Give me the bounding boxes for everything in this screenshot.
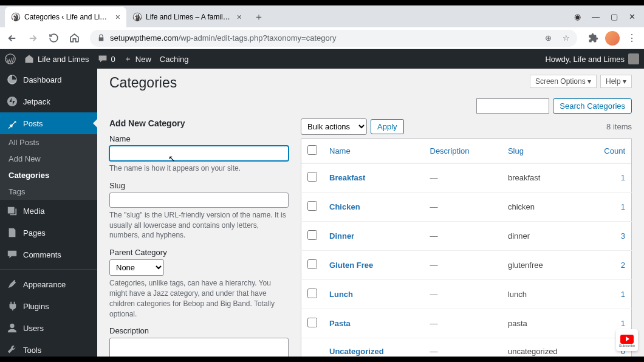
reload-button[interactable] (45, 30, 62, 47)
minimize-icon[interactable]: — (592, 12, 600, 21)
new-tab-button[interactable]: ＋ (250, 9, 267, 26)
search-input[interactable] (476, 98, 549, 114)
name-input[interactable] (109, 146, 289, 161)
category-desc: — (430, 202, 438, 211)
category-slug: lunch (502, 280, 595, 309)
maximize-icon[interactable]: ▢ (611, 12, 618, 21)
submenu-add-new[interactable]: Add New (0, 151, 97, 167)
menu-jetpack[interactable]: Jetpack (0, 90, 97, 112)
category-name-link[interactable]: Breakfast (329, 173, 365, 182)
url-bar[interactable]: setupwptheme.com/wp-admin/edit-tags.php?… (90, 30, 577, 47)
menu-appearance[interactable]: Appearance (0, 273, 97, 295)
col-name[interactable]: Name (329, 146, 351, 155)
browser-nav-bar: setupwptheme.com/wp-admin/edit-tags.php?… (0, 27, 644, 49)
menu-media[interactable]: Media (0, 200, 97, 222)
submenu-all-posts[interactable]: All Posts (0, 134, 97, 151)
profile-avatar[interactable] (605, 31, 620, 46)
tools-icon (6, 344, 18, 356)
menu-posts[interactable]: Posts (0, 112, 97, 134)
pages-icon (6, 227, 18, 239)
category-count-link[interactable]: 3 (621, 231, 625, 241)
star-icon[interactable]: ☆ (563, 33, 570, 43)
row-checkbox[interactable] (307, 172, 317, 182)
menu-comments[interactable]: Comments (0, 244, 97, 265)
page-title: Categories (109, 75, 177, 91)
browser-tab-active[interactable]: Categories ‹ Life and Limes — W × (5, 7, 126, 27)
users-icon (6, 322, 18, 334)
category-count-link[interactable]: 1 (621, 202, 625, 211)
category-name-link[interactable]: Dinner (329, 231, 354, 241)
category-slug: breakfast (502, 163, 595, 193)
col-slug[interactable]: Slug (508, 146, 524, 155)
site-link[interactable]: Life and Limes (24, 54, 89, 64)
home-button[interactable] (66, 30, 83, 47)
tab-title: Life and Limes – A family food bl (146, 13, 233, 21)
category-count-link[interactable]: 1 (621, 319, 625, 328)
submenu-tags[interactable]: Tags (0, 183, 97, 200)
caching-link[interactable]: Caching (160, 55, 189, 64)
parent-help: Categories, unlike tags, can have a hier… (109, 278, 289, 319)
parent-select[interactable]: None (109, 259, 164, 276)
menu-pages[interactable]: Pages (0, 222, 97, 244)
category-count-link[interactable]: 1 (621, 290, 625, 299)
tab-title: Categories ‹ Life and Limes — W (24, 13, 112, 21)
wp-logo-icon[interactable] (5, 53, 16, 64)
category-name-link[interactable]: Chicken (329, 202, 360, 211)
apply-button[interactable]: Apply (371, 119, 404, 134)
wordpress-icon (132, 12, 142, 22)
share-icon[interactable]: ⊕ (545, 33, 552, 43)
row-checkbox[interactable] (307, 289, 317, 298)
slug-input[interactable] (109, 193, 289, 208)
category-name-link[interactable]: Lunch (329, 290, 353, 299)
browser-tab[interactable]: Life and Limes – A family food bl × (126, 7, 248, 27)
close-icon[interactable]: × (237, 12, 242, 22)
forward-button[interactable] (24, 30, 41, 47)
search-button[interactable]: Search Categories (553, 98, 632, 114)
menu-dashboard[interactable]: Dashboard (0, 69, 97, 90)
close-window-icon[interactable]: ✕ (629, 12, 635, 21)
extensions-icon[interactable] (584, 30, 601, 47)
help-button[interactable]: Help ▾ (600, 75, 632, 88)
youtube-badge[interactable]: Subscribe (616, 329, 638, 351)
menu-tools[interactable]: Tools (0, 339, 97, 357)
menu-icon[interactable]: ⋮ (623, 30, 640, 47)
add-category-form: Add New Category Name The name is how it… (109, 118, 289, 357)
category-count-link[interactable]: 1 (621, 173, 625, 182)
main-content: Categories Screen Options ▾ Help ▾ Searc… (97, 69, 644, 357)
row-checkbox[interactable] (307, 230, 317, 240)
category-slug: dinner (502, 222, 595, 251)
item-count: 8 items (606, 122, 632, 131)
col-desc[interactable]: Description (430, 146, 470, 155)
table-row: Dinner—dinner3 (301, 222, 632, 251)
desc-textarea[interactable] (109, 338, 289, 357)
category-name-link[interactable]: Gluten Free (329, 261, 373, 270)
menu-plugins[interactable]: Plugins (0, 295, 97, 317)
category-count-link[interactable]: 2 (621, 261, 625, 270)
row-checkbox[interactable] (307, 201, 317, 211)
back-button[interactable] (4, 30, 21, 47)
row-checkbox[interactable] (307, 318, 317, 327)
row-checkbox[interactable] (307, 259, 317, 269)
bulk-actions-select[interactable]: Bulk actions (301, 118, 367, 135)
category-name-link[interactable]: Pasta (329, 319, 351, 328)
close-icon[interactable]: × (115, 12, 120, 22)
category-slug: pasta (502, 309, 595, 338)
wp-admin-bar: Life and Limes 0 ＋ New Caching Howdy, Li… (0, 49, 644, 69)
menu-users[interactable]: Users (0, 317, 97, 339)
submenu-categories[interactable]: Categories (0, 167, 97, 183)
form-title: Add New Category (109, 118, 289, 128)
comments-link[interactable]: 0 (98, 54, 115, 64)
col-count[interactable]: Count (604, 146, 625, 155)
admin-sidebar: Dashboard Jetpack Posts All Posts Add Ne… (0, 69, 97, 357)
select-all-checkbox[interactable] (307, 145, 317, 155)
screen-options-button[interactable]: Screen Options ▾ (530, 75, 597, 88)
media-icon (6, 205, 18, 217)
record-icon[interactable]: ◉ (574, 12, 581, 21)
new-link[interactable]: ＋ New (124, 53, 151, 64)
dashboard-icon (6, 73, 18, 86)
howdy-link[interactable]: Howdy, Life and Limes (545, 53, 639, 64)
category-slug: chicken (502, 193, 595, 222)
category-name-link[interactable]: Uncategorized (329, 347, 384, 356)
browser-tab-bar: Categories ‹ Life and Limes — W × Life a… (0, 5, 644, 27)
appearance-icon (6, 278, 18, 290)
